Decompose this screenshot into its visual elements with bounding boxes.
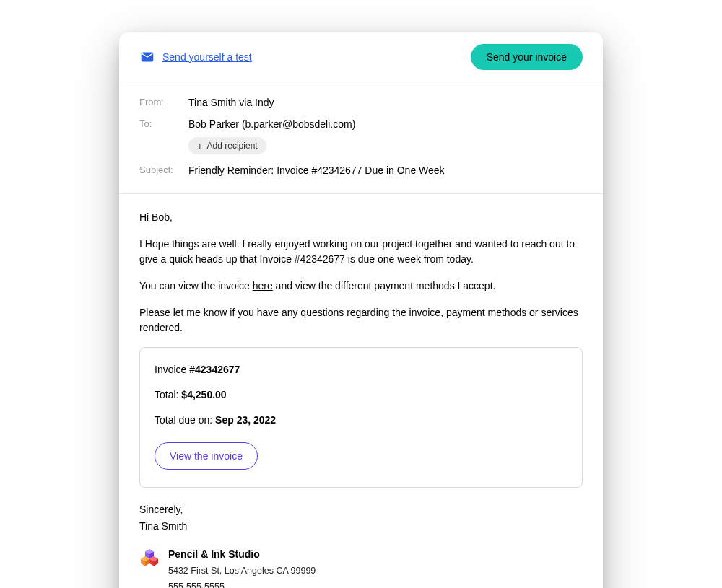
body-para-2-before: You can view the invoice bbox=[139, 280, 253, 291]
recipient-block: Bob Parker (b.parker@bobsdeli.com) + Add… bbox=[188, 118, 355, 154]
invoice-due-value: Sep 23, 2022 bbox=[215, 414, 276, 426]
subject-label: Subject: bbox=[139, 164, 188, 175]
send-test-link[interactable]: Send yourself a test bbox=[162, 51, 252, 63]
from-value: Tina Smith via Indy bbox=[188, 97, 274, 108]
body-para-1: I Hope things are well. I really enjoyed… bbox=[139, 237, 583, 267]
company-address: 5432 First St, Los Angeles CA 99999 bbox=[168, 564, 316, 578]
send-invoice-button[interactable]: Send your invoice bbox=[471, 44, 583, 70]
email-meta-section: From: Tina Smith via Indy To: Bob Parker… bbox=[119, 82, 603, 194]
from-row: From: Tina Smith via Indy bbox=[139, 97, 583, 108]
from-label: From: bbox=[139, 97, 188, 107]
invoice-total-prefix: Total: bbox=[155, 389, 181, 400]
plus-icon: + bbox=[197, 141, 203, 151]
email-body: Hi Bob, I Hope things are well. I really… bbox=[119, 194, 603, 588]
to-value: Bob Parker (b.parker@bobsdeli.com) bbox=[188, 118, 355, 130]
body-para-3: Please let me know if you have any quest… bbox=[139, 305, 583, 335]
to-label: To: bbox=[139, 118, 188, 129]
subject-value: Friendly Reminder: Invoice #42342677 Due… bbox=[188, 164, 445, 176]
company-phone: 555-555-5555 bbox=[168, 580, 316, 588]
company-info: Pencil & Ink Studio 5432 First St, Los A… bbox=[168, 547, 316, 588]
invoice-summary-card: Invoice #42342677 Total: $4,250.00 Total… bbox=[139, 347, 583, 488]
greeting: Hi Bob, bbox=[139, 210, 583, 225]
body-para-2-after: and view the different payment methods I… bbox=[273, 280, 496, 291]
add-recipient-button[interactable]: + Add recipient bbox=[188, 137, 266, 154]
email-compose-card: Send yourself a test Send your invoice F… bbox=[119, 32, 603, 588]
invoice-number-line: Invoice #42342677 bbox=[155, 362, 567, 377]
to-row: To: Bob Parker (b.parker@bobsdeli.com) +… bbox=[139, 118, 583, 154]
invoice-total-value: $4,250.00 bbox=[181, 389, 226, 400]
invoice-here-link[interactable]: here bbox=[253, 280, 273, 291]
invoice-number-prefix: Invoice # bbox=[155, 364, 195, 375]
mail-icon bbox=[139, 49, 155, 65]
signoff-closing: Sincerely, bbox=[139, 502, 583, 517]
header-bar: Send yourself a test Send your invoice bbox=[119, 32, 603, 82]
body-para-2: You can view the invoice here and view t… bbox=[139, 278, 583, 294]
subject-row: Subject: Friendly Reminder: Invoice #423… bbox=[139, 164, 583, 176]
signoff-name: Tina Smith bbox=[139, 519, 583, 534]
invoice-total-line: Total: $4,250.00 bbox=[155, 387, 567, 403]
invoice-number-value: 42342677 bbox=[195, 364, 240, 375]
view-invoice-button[interactable]: View the invoice bbox=[155, 442, 258, 470]
company-name: Pencil & Ink Studio bbox=[168, 547, 316, 562]
invoice-due-prefix: Total due on: bbox=[155, 414, 215, 426]
signature-block: Pencil & Ink Studio 5432 First St, Los A… bbox=[139, 547, 583, 588]
invoice-due-line: Total due on: Sep 23, 2022 bbox=[155, 413, 567, 428]
company-logo-icon bbox=[139, 548, 160, 569]
test-link-wrap: Send yourself a test bbox=[139, 49, 252, 65]
add-recipient-label: Add recipient bbox=[207, 141, 258, 151]
